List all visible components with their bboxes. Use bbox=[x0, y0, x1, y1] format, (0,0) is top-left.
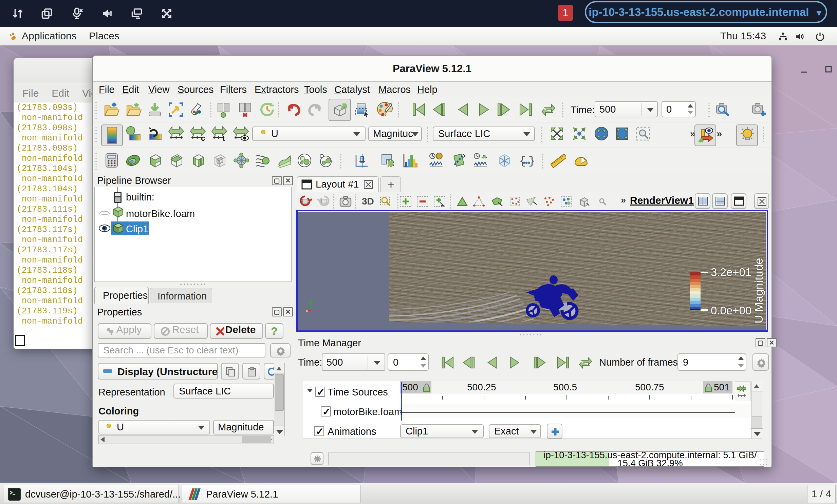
svg-text:c: c bbox=[201, 134, 205, 142]
svg-text:{: { bbox=[519, 155, 526, 168]
svg-text:t: t bbox=[222, 134, 225, 142]
svg-text:}: } bbox=[529, 155, 534, 168]
